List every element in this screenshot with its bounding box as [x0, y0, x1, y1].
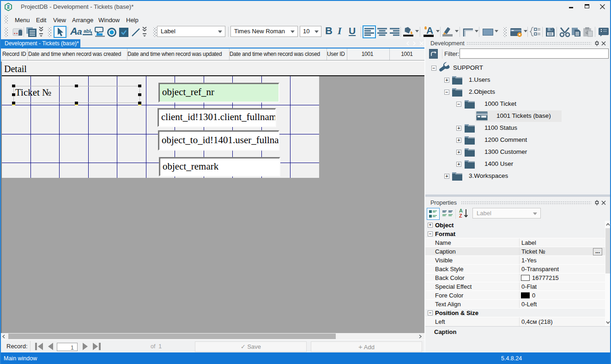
svg-text:abl: abl: [84, 28, 91, 34]
